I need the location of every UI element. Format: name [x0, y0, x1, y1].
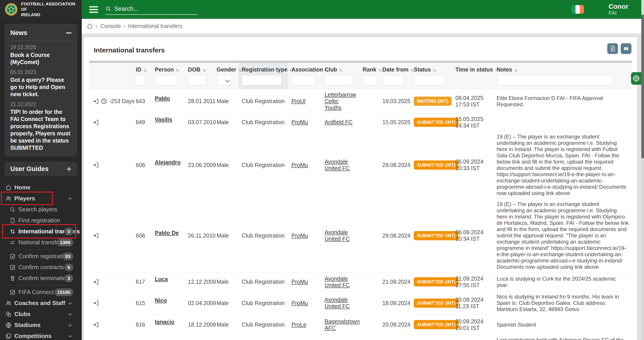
person-link[interactable]: Alejandro	[155, 159, 180, 166]
sidebar-item-search-players[interactable]: Search players	[0, 204, 82, 215]
settings-button[interactable]	[631, 72, 641, 85]
sidebar-item-home[interactable]: Home	[0, 182, 82, 193]
person-link[interactable]: Nico	[155, 297, 167, 304]
sort-icon[interactable]: ↑↓	[143, 68, 146, 72]
sort-icon[interactable]: ↑↓	[432, 68, 436, 72]
club-link[interactable]: Avondale United FC	[324, 158, 350, 171]
col-header-person[interactable]: Person↑↓	[152, 63, 185, 74]
filter-status-input[interactable]	[414, 75, 446, 85]
expand-icon[interactable]: +	[66, 166, 72, 172]
association-link[interactable]: ProUl	[292, 98, 306, 104]
filter-dob-input[interactable]	[188, 75, 207, 85]
club-link[interactable]: Avondale United FC	[324, 296, 350, 309]
filter-id-input[interactable]	[136, 75, 145, 85]
filter-rank-input[interactable]	[363, 75, 377, 85]
club-link[interactable]: Ardfield FC	[324, 119, 352, 125]
sort-icon[interactable]: ↑↓	[514, 68, 517, 72]
sidebar-item-confirm-terminations[interactable]: Confirm terminations3	[0, 273, 82, 284]
news-item-title[interactable]: Book a Course (MyComet)	[10, 51, 72, 66]
club-link[interactable]: Letterbarrow Celtic Youths	[324, 92, 356, 111]
breadcrumb-console[interactable]: Console	[100, 23, 121, 29]
col-header-gender[interactable]: Gender↑↓	[214, 63, 238, 74]
chevron-down-icon[interactable]	[68, 311, 73, 317]
person-link[interactable]: Pablo De	[155, 230, 179, 236]
filter-date_from-input[interactable]	[382, 75, 404, 85]
collapse-icon[interactable]	[66, 33, 72, 33]
sidebar-item-clubs[interactable]: Clubs	[0, 309, 82, 319]
horizontal-scrollbar[interactable]	[89, 61, 632, 63]
col-header-club[interactable]: Club↑↓	[322, 63, 360, 74]
user-guides-panel[interactable]: User Guides +	[4, 162, 77, 176]
news-item-title[interactable]: Got a query? Please go to Help and Open …	[10, 76, 72, 98]
clubs-icon	[6, 311, 12, 317]
col-header-rank[interactable]: Rank↑↓	[360, 63, 379, 74]
association-link[interactable]: ProLe	[292, 321, 306, 328]
menu-toggle-button[interactable]	[89, 5, 100, 14]
sidebar-item-confirm-registrations[interactable]: Confirm registrations93	[0, 251, 82, 262]
sort-icon[interactable]: ↑↓	[339, 68, 342, 72]
open-transfer-icon[interactable]	[92, 119, 99, 126]
association-link[interactable]: ProMu	[292, 162, 308, 168]
col-header-time_in_status[interactable]: Time in status↑↓	[452, 63, 494, 74]
association-link[interactable]: ProMu	[292, 279, 308, 285]
club-link[interactable]: Avondale United FC	[324, 275, 350, 288]
sidebar-item-players[interactable]: Players	[0, 193, 82, 204]
cell-association: ProMu	[288, 272, 322, 291]
user-menu[interactable]: Conor FAI	[608, 3, 628, 16]
search-input[interactable]: Search...	[105, 3, 198, 15]
club-link[interactable]: Avondale United FC	[324, 229, 350, 242]
column-settings-button[interactable]	[621, 43, 632, 54]
chevron-down-icon[interactable]	[68, 300, 73, 306]
cell-status: SUBMITTED (INT)	[410, 113, 452, 131]
sidebar-item-national-transfers[interactable]: National transfers1389	[0, 237, 82, 248]
association-link[interactable]: ProMu	[292, 119, 308, 125]
filter-association-input[interactable]	[292, 75, 315, 85]
sort-icon[interactable]: ↑↓	[202, 68, 206, 72]
sidebar-item-competitions[interactable]: Competitions	[0, 330, 82, 340]
col-header-reg_type[interactable]: Registration type↑↓	[238, 63, 288, 74]
open-transfer-icon[interactable]	[92, 232, 99, 239]
club-link[interactable]: Bagenalstown AFC	[324, 318, 360, 331]
col-header-association[interactable]: Association↑↓	[288, 63, 322, 74]
org-name: FOOTBALL ASSOCIATION OF IRELAND	[21, 1, 82, 17]
chevron-down-icon[interactable]	[68, 333, 73, 339]
news-item-title[interactable]: TIP! In order for the FAI Connect Team t…	[10, 108, 72, 151]
filter-person-input[interactable]	[155, 75, 178, 85]
sort-icon[interactable]: ↑↓	[378, 68, 381, 72]
filter-reg_type-input[interactable]	[242, 75, 282, 85]
home-icon[interactable]	[87, 23, 93, 29]
open-transfer-icon[interactable]	[92, 98, 99, 105]
sidebar-item-coaches-and-staff[interactable]: Coaches and Staff	[0, 298, 82, 309]
sort-icon[interactable]: ↑↓	[238, 68, 241, 72]
chevron-up-icon[interactable]	[68, 196, 73, 201]
filter-notes-input[interactable]	[496, 75, 613, 85]
sidebar-item-first-registration[interactable]: First registration	[0, 215, 82, 226]
person-link[interactable]: Luca	[155, 276, 168, 282]
sidebar-item-international-transfers[interactable]: International transfers0	[0, 226, 82, 237]
open-transfer-icon[interactable]	[92, 162, 99, 168]
col-header-date_from[interactable]: Date from↑↓	[379, 63, 410, 74]
open-transfer-icon[interactable]	[92, 321, 99, 328]
sidebar-item-confirm-contracts[interactable]: Confirm contracts6	[0, 262, 82, 273]
sort-icon[interactable]: ↑↓	[410, 68, 414, 72]
sidebar-item-stadiums[interactable]: Stadiums	[0, 319, 82, 330]
filter-gender-select[interactable]	[216, 75, 232, 85]
association-link[interactable]: ProMu	[292, 300, 308, 306]
person-link[interactable]: Vasilis	[155, 116, 172, 123]
col-header-notes[interactable]: Notes↑↓	[494, 63, 632, 74]
export-excel-button[interactable]	[607, 43, 618, 54]
person-link[interactable]: Ignacio	[155, 319, 174, 325]
sort-icon[interactable]: ↑↓	[176, 68, 179, 72]
open-transfer-icon[interactable]	[92, 300, 99, 306]
sidebar-item-fifa-connect-id[interactable]: FIFA Connect ID15185	[0, 287, 82, 298]
col-header-status[interactable]: Status↑↓	[410, 63, 452, 74]
col-header-id[interactable]: ID↑↓	[132, 63, 152, 74]
chevron-down-icon[interactable]	[68, 322, 73, 328]
open-transfer-icon[interactable]	[92, 279, 99, 285]
cell-gender: Male	[214, 131, 238, 199]
association-link[interactable]: ProMu	[292, 232, 308, 239]
col-header-dob[interactable]: DOB↑↓	[185, 63, 214, 74]
filter-club-input[interactable]	[324, 75, 353, 85]
scrollbar-thumb[interactable]	[641, 15, 644, 158]
person-link[interactable]: Pablo	[155, 95, 170, 102]
